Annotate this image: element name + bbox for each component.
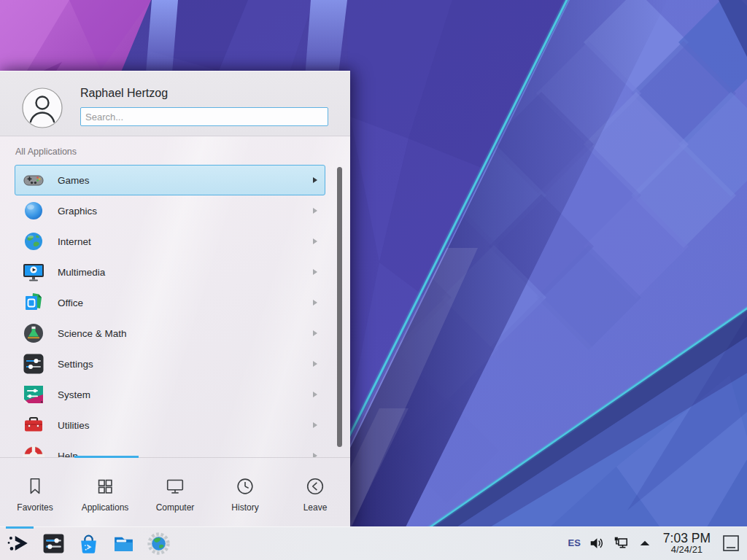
kali-logo-icon [6,531,31,556]
category-item-science-math[interactable]: Science & Math [15,318,325,349]
category-item-internet[interactable]: Internet [15,226,325,257]
monitor-icon [164,475,186,497]
flask-icon [21,321,46,346]
tab-label: Favorites [17,502,53,513]
digital-clock[interactable]: 7:03 PM 4/24/21 [663,532,711,556]
volume-icon[interactable] [589,535,605,551]
category-item-office[interactable]: Office [15,287,325,318]
documents-icon [21,290,46,315]
user-avatar-icon [22,88,63,128]
lifebuoy-icon [21,443,46,458]
tab-label: Applications [82,502,129,513]
category-item-help[interactable]: Help [15,440,325,458]
clock-date: 4/24/21 [663,545,711,555]
category-item-games[interactable]: Games [15,165,325,195]
tab-label: Computer [156,502,195,513]
category-label: System [58,389,90,400]
submenu-arrow-icon [313,330,317,336]
sliders-color-icon [21,382,46,407]
category-item-multimedia[interactable]: Multimedia [15,257,325,287]
category-label: Graphics [58,206,97,217]
show-desktop-icon [721,533,741,553]
taskbar-icons [0,530,171,556]
category-item-system[interactable]: System [15,379,325,410]
keyboard-layout-indicator[interactable]: ES [568,537,580,548]
globe-gear-icon [147,532,171,556]
category-label: Settings [58,359,93,370]
application-category-list: Games Graphics [15,165,325,458]
submenu-arrow-icon [313,238,317,244]
network-icon[interactable] [613,535,629,551]
launcher-tab-bar: Favorites Applications Computer [0,459,350,527]
shopping-bag-icon [77,532,101,556]
user-name: Raphael Hertzog [80,87,168,100]
category-label: Office [58,298,83,308]
search-input[interactable] [80,107,328,126]
folder-icon [112,532,136,556]
media-player-icon [21,260,46,284]
gamepad-icon [21,168,46,192]
tab-label: Leave [303,502,328,513]
software-center-button[interactable] [75,530,101,556]
category-label: Utilities [58,420,90,431]
submenu-arrow-icon [313,177,317,183]
web-browser-button[interactable] [145,530,171,556]
list-scrollbar[interactable] [337,167,342,447]
active-task-indicator [6,526,34,529]
tab-history[interactable]: History [210,459,280,527]
show-desktop-button[interactable] [721,533,741,553]
submenu-arrow-icon [313,300,317,306]
clock-icon [234,475,256,497]
tab-leave[interactable]: Leave [280,459,350,527]
category-item-settings[interactable]: Settings [15,349,325,379]
tab-favorites[interactable]: Favorites [0,459,70,527]
file-manager-button[interactable] [110,530,136,556]
user-avatar[interactable] [22,88,63,128]
settings-sliders-icon [42,532,66,556]
category-label: Internet [58,236,91,247]
clock-time: 7:03 PM [663,532,711,545]
section-label-all-applications: All Applications [15,147,77,157]
submenu-arrow-icon [313,269,317,275]
category-item-graphics[interactable]: Graphics [15,195,325,226]
desktop: Raphael Hertzog All Applications [0,0,747,560]
leave-circle-icon [304,475,326,497]
globe-icon [21,229,46,254]
app-launcher-button[interactable] [5,530,31,556]
submenu-arrow-icon [313,422,317,428]
launcher-header: Raphael Hertzog [0,71,350,136]
taskbar-panel: ES [0,526,747,560]
bookmark-icon [24,475,46,497]
active-tab-indicator [74,456,139,458]
system-settings-button[interactable] [40,530,66,556]
application-launcher-menu: Raphael Hertzog All Applications [0,71,350,527]
category-label: Games [58,175,90,186]
toolbox-icon [21,413,46,438]
category-label: Science & Math [58,328,127,339]
submenu-arrow-icon [313,361,317,367]
tab-label: History [231,502,258,513]
tabbar-separator [0,457,350,458]
tab-applications[interactable]: Applications [70,459,140,527]
system-tray: ES [568,532,747,556]
category-label: Multimedia [58,267,105,278]
app-grid-icon [94,475,116,497]
sliders-dark-icon [21,351,46,376]
category-item-utilities[interactable]: Utilities [15,410,325,440]
expand-tray-arrow-icon[interactable] [637,535,653,551]
blue-sphere-icon [21,198,46,223]
submenu-arrow-icon [313,392,317,397]
submenu-arrow-icon [313,208,317,214]
tab-computer[interactable]: Computer [140,459,210,527]
